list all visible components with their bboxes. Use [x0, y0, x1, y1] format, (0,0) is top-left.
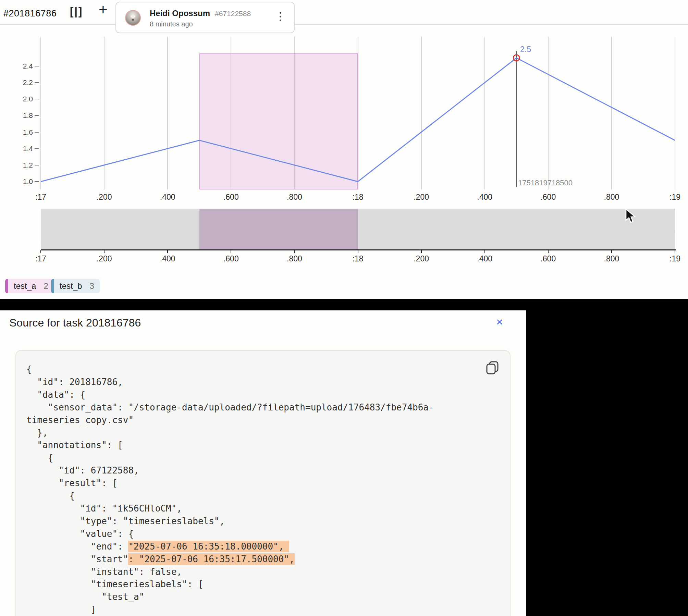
code-line: "id": 67122588, — [26, 464, 500, 477]
gridline — [104, 37, 105, 189]
annotation-workspace: #201816786 [|] + Heidi Opossum #67122588… — [0, 0, 688, 299]
gridline — [675, 37, 675, 189]
minimap-tick — [104, 250, 105, 253]
y-axis-tick-label: 1.8 — [12, 111, 33, 120]
chip-accent-bar — [5, 279, 8, 293]
copy-icon[interactable] — [484, 360, 500, 375]
code-line: "id": 201816786, — [26, 376, 500, 389]
code-line: ] — [26, 603, 500, 616]
chip-label: test_a — [14, 281, 36, 291]
x-axis-tick-label: :17 — [35, 193, 46, 202]
annotation-tab[interactable]: Heidi Opossum #67122588 8 minutes ago — [115, 2, 295, 33]
close-icon[interactable]: × — [496, 315, 503, 329]
x-axis-tick-label: .200 — [97, 193, 112, 202]
label-chip-test-a[interactable]: test_a 2 — [5, 279, 54, 293]
columns-layout-icon[interactable]: [|] — [70, 5, 83, 18]
y-axis-tick-label: 1.4 — [12, 145, 33, 153]
minimap-tick-label: .600 — [223, 254, 239, 263]
chip-count: 3 — [89, 281, 94, 291]
minimap-tick-label: .400 — [160, 254, 175, 263]
code-line: "end": "2025-07-06 16:35:18.000000", — [26, 540, 500, 553]
gridline — [167, 37, 168, 189]
gridline — [484, 37, 485, 189]
minimap-annotation-region[interactable] — [199, 209, 358, 249]
code-line: { — [26, 363, 500, 376]
label-chip-test-b[interactable]: test_b 3 — [51, 279, 100, 293]
x-axis-tick-label: :19 — [669, 193, 680, 202]
x-axis-tick-label: .600 — [540, 193, 556, 202]
gridline — [40, 37, 41, 189]
modal-title: Source for task 201816786 — [9, 317, 141, 329]
y-axis-tick — [35, 82, 39, 83]
minimap-tick — [167, 250, 168, 253]
minimap-tick-label: .400 — [477, 254, 492, 263]
annotation-time-ago: 8 minutes ago — [150, 20, 193, 28]
minimap-tick-label: .800 — [604, 254, 619, 263]
code-line: "test_a" — [26, 591, 500, 603]
task-id-label: #201816786 — [3, 8, 57, 19]
y-axis-tick — [35, 181, 39, 182]
code-line: "result": [ — [26, 477, 500, 490]
minimap-tick — [40, 250, 41, 253]
kebab-menu-icon[interactable] — [280, 12, 282, 23]
gridline — [548, 37, 549, 189]
y-axis-tick — [35, 165, 39, 165]
selected-point-value-label: 2.5 — [520, 45, 531, 54]
source-modal: Source for task 201816786 × { "id": 2018… — [0, 310, 526, 616]
y-axis-tick-label: 2.2 — [12, 78, 33, 87]
x-axis-tick-label: .800 — [604, 193, 619, 202]
code-line: timeseries_copy.csv" — [26, 414, 500, 427]
x-axis-tick-label: .400 — [160, 193, 175, 202]
minimap-tick — [358, 250, 358, 253]
overview-minimap[interactable] — [41, 209, 675, 249]
chip-accent-bar — [51, 279, 54, 293]
chip-label: test_b — [60, 281, 82, 291]
minimap-tick — [294, 250, 295, 253]
annotator-name: Heidi Opossum — [150, 9, 210, 18]
y-axis-tick-label: 2.0 — [12, 95, 33, 103]
code-line: { — [26, 452, 500, 464]
code-line: "instant": false, — [26, 566, 500, 578]
minimap-tick-label: .200 — [97, 254, 112, 263]
y-axis-tick — [35, 132, 39, 133]
minimap-tick — [421, 250, 422, 253]
code-line: "value": { — [26, 528, 500, 540]
code-line: "start": "2025-07-06 16:35:17.500000", — [26, 553, 500, 566]
minimap-tick-label: .600 — [540, 254, 556, 263]
minimap-tick-label: :17 — [35, 254, 46, 263]
minimap-tick-label: .800 — [287, 254, 302, 263]
y-axis-tick-label: 1.0 — [12, 177, 33, 186]
minimap-tick — [548, 250, 549, 253]
y-axis-tick — [35, 99, 39, 99]
highlighted-code: : "2025-07-06 16:35:17.500000", — [128, 553, 294, 565]
x-axis-tick-label: .600 — [223, 193, 239, 202]
chip-count: 2 — [44, 281, 48, 291]
minimap-axis — [41, 249, 676, 250]
code-line: }, — [26, 427, 500, 439]
y-axis-tick — [35, 66, 39, 66]
y-axis-tick-label: 1.2 — [12, 161, 33, 169]
minimap-tick — [231, 250, 231, 253]
x-axis-tick-label: .400 — [477, 193, 492, 202]
y-axis-tick-label: 1.6 — [12, 128, 33, 136]
minimap-tick-label: :18 — [353, 254, 364, 263]
task-source-code-block: { "id": 201816786, "data": { "sensor_dat… — [15, 350, 511, 616]
gridline — [611, 37, 612, 189]
y-axis-tick — [35, 115, 39, 116]
topbar-divider — [0, 24, 688, 25]
minimap-tick — [484, 250, 485, 253]
code-line: "id": "ik56CHloCM", — [26, 502, 500, 515]
code-line: "timeserieslabels": [ — [26, 578, 500, 591]
y-axis-tick — [35, 148, 39, 149]
minimap-tick — [675, 250, 675, 253]
add-annotation-button[interactable]: + — [99, 2, 108, 17]
code-line: "annotations": [ — [26, 439, 500, 452]
gridline — [421, 37, 422, 189]
annotation-region-test-a[interactable] — [199, 53, 358, 189]
code-line: "sensor_data": "/storage-data/uploaded/?… — [26, 401, 500, 414]
minimap-tick-label: :19 — [669, 254, 680, 263]
user-avatar — [125, 10, 141, 26]
highlighted-code: "2025-07-06 16:35:18.000000", — [128, 541, 289, 552]
code-line: { — [26, 490, 500, 502]
selected-point-timestamp-label: 1751819718500 — [518, 178, 573, 187]
